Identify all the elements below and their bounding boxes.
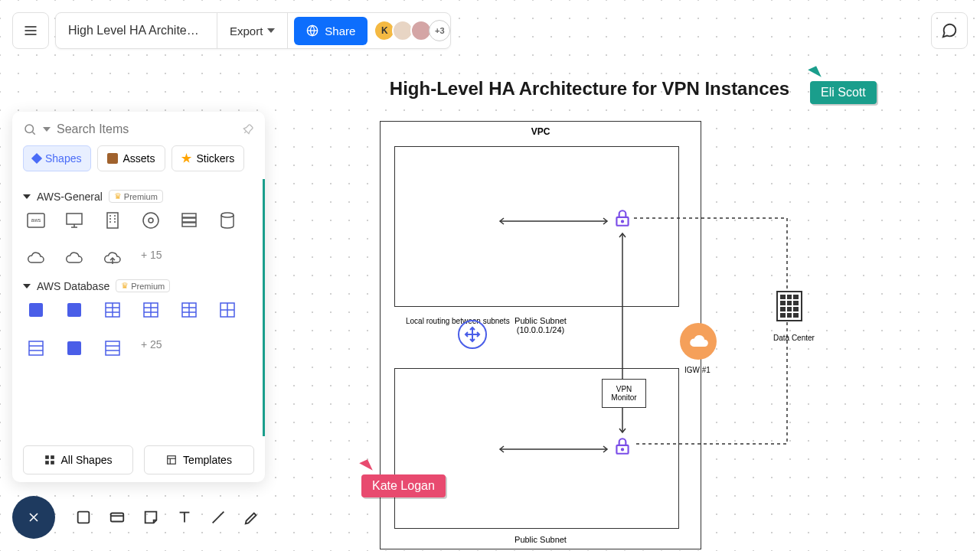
svg-rect-22 [182, 214, 196, 217]
cloud-icon[interactable] [64, 249, 84, 269]
db-shape-icon[interactable] [103, 300, 122, 320]
svg-point-69 [622, 448, 623, 450]
export-button[interactable]: Export [217, 12, 287, 49]
pin-icon[interactable] [240, 121, 257, 139]
more-count[interactable]: + 25 [141, 338, 162, 358]
search-input[interactable] [57, 122, 236, 136]
tool-icons [75, 509, 260, 526]
svg-rect-61 [111, 514, 124, 522]
globe-icon [306, 24, 318, 37]
data-center-icon[interactable] [776, 291, 802, 321]
svg-rect-27 [29, 303, 43, 317]
topbar: High Level HA Architect... Export Share … [0, 0, 980, 61]
svg-rect-54 [51, 461, 54, 465]
db-shape-icon[interactable] [64, 300, 84, 320]
chevron-down-icon [23, 284, 31, 289]
svg-text:aws: aws [31, 217, 41, 223]
shapes-panel: Shapes Assets Stickers AWS-General ♛Prem… [12, 112, 265, 482]
aws-logo-icon[interactable]: aws [26, 210, 46, 230]
user-cursor-kate: Kate Logan [361, 461, 446, 497]
divider [287, 12, 288, 49]
database-icon[interactable] [217, 210, 237, 230]
disc-icon[interactable] [141, 210, 161, 230]
cloud-icon[interactable] [26, 249, 46, 269]
vpn-monitor-box[interactable]: VPN Monitor [602, 379, 646, 408]
svg-rect-60 [78, 512, 90, 523]
line-tool-icon[interactable] [210, 509, 227, 526]
search-icon [23, 122, 37, 136]
server-icon[interactable] [179, 210, 199, 230]
svg-line-6 [32, 132, 34, 134]
svg-rect-51 [45, 455, 49, 459]
chevron-down-icon[interactable] [43, 127, 51, 132]
avatars[interactable]: K +3 [377, 20, 450, 41]
tabs: Shapes Assets Stickers [23, 145, 254, 171]
category-aws-database[interactable]: AWS Database ♛Premium [23, 279, 254, 292]
svg-rect-55 [168, 456, 176, 465]
vpc-label: VPC [381, 126, 701, 137]
tab-shapes[interactable]: Shapes [23, 145, 91, 171]
crown-icon: ♛ [114, 191, 122, 201]
shapes-icon [44, 455, 55, 465]
icon-grid-general: aws + 15 [23, 210, 254, 269]
text-tool-icon[interactable] [176, 509, 193, 526]
subnet-label-bottom: Public Subnet [381, 535, 701, 544]
svg-rect-47 [67, 341, 81, 355]
monitor-icon[interactable] [64, 210, 84, 230]
avatar-more[interactable]: +3 [429, 20, 450, 41]
svg-rect-28 [67, 303, 81, 317]
templates-button[interactable]: Templates [144, 445, 254, 474]
more-count[interactable]: + 15 [141, 249, 162, 269]
crown-icon: ♛ [121, 281, 129, 291]
cursor-label: Eli Scott [810, 81, 877, 104]
cursor-icon [359, 459, 373, 474]
svg-rect-52 [51, 455, 54, 459]
tab-assets[interactable]: Assets [97, 145, 165, 171]
svg-rect-24 [182, 223, 196, 227]
igw-icon[interactable] [680, 323, 717, 360]
templates-icon [166, 455, 177, 465]
card-tool-icon[interactable] [109, 509, 126, 526]
close-button[interactable] [12, 496, 55, 539]
note-tool-icon[interactable] [142, 509, 159, 526]
svg-rect-44 [29, 341, 43, 355]
bottom-toolbar [12, 496, 260, 539]
tab-stickers[interactable]: Stickers [172, 145, 245, 171]
db-shape-icon[interactable] [217, 300, 237, 320]
star-icon [181, 153, 192, 164]
share-label: Share [325, 24, 355, 37]
doc-title[interactable]: High Level HA Architect... [56, 24, 217, 37]
doc-cluster: High Level HA Architect... Export Share … [55, 12, 451, 49]
db-shape-icon[interactable] [26, 300, 46, 320]
connector[interactable] [496, 217, 611, 225]
igw-label: IGW #1 [684, 366, 710, 374]
db-shape-icon[interactable] [103, 338, 122, 358]
pen-tool-icon[interactable] [243, 509, 260, 526]
svg-point-5 [25, 125, 34, 133]
connector[interactable] [496, 445, 611, 453]
building-icon[interactable] [103, 210, 122, 230]
premium-badge: ♛Premium [109, 190, 163, 203]
chevron-down-icon [23, 194, 31, 199]
diamond-icon [31, 153, 42, 164]
cloud-upload-icon[interactable] [103, 249, 122, 269]
shapes-body[interactable]: AWS-General ♛Premium aws + 15 AWS Databa… [23, 179, 265, 436]
db-shape-icon[interactable] [141, 300, 161, 320]
svg-point-67 [622, 220, 623, 222]
db-shape-icon[interactable] [26, 338, 46, 358]
db-shape-icon[interactable] [64, 338, 84, 358]
rectangle-tool-icon[interactable] [75, 509, 92, 526]
lock-icon[interactable] [612, 436, 632, 456]
chevron-down-icon [267, 28, 275, 33]
db-shape-icon[interactable] [179, 300, 199, 320]
share-button[interactable]: Share [294, 17, 368, 45]
panel-footer: All Shapes Templates [23, 445, 254, 474]
routing-icon[interactable] [458, 320, 487, 349]
close-icon [26, 510, 41, 525]
svg-line-65 [213, 512, 224, 523]
menu-button[interactable] [12, 12, 49, 49]
data-center-label: Data Center [773, 334, 815, 342]
category-aws-general[interactable]: AWS-General ♛Premium [23, 190, 254, 203]
all-shapes-button[interactable]: All Shapes [23, 445, 133, 474]
lock-icon[interactable] [612, 208, 632, 228]
